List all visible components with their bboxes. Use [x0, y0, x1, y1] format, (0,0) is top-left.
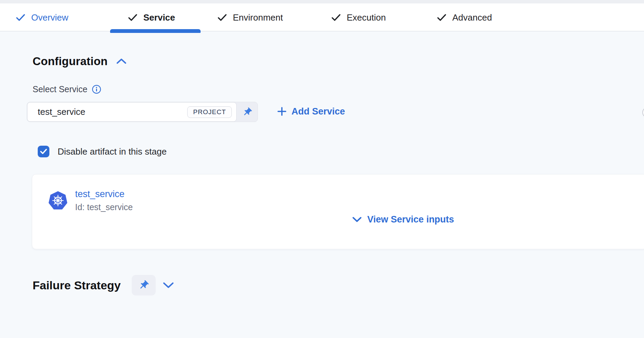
select-service-label-row: Select Service [33, 84, 101, 94]
service-id-text: Id: test_service [75, 202, 133, 212]
tab-environment[interactable]: Environment [218, 3, 283, 32]
check-icon [437, 14, 446, 21]
tab-label: Overview [31, 12, 68, 23]
tab-label: Environment [233, 12, 283, 23]
kubernetes-icon [48, 191, 68, 210]
pin-service-button[interactable] [237, 102, 258, 122]
configuration-collapse-toggle[interactable] [115, 57, 128, 66]
chevron-down-icon [163, 282, 174, 289]
service-select-input[interactable]: test_service PROJECT [27, 102, 237, 122]
failure-strategy-section-header: Failure Strategy [33, 274, 176, 296]
tab-overview[interactable]: Overview [16, 3, 68, 32]
configuration-heading: Configuration [33, 55, 108, 68]
active-tab-indicator [110, 29, 201, 33]
view-service-inputs-button[interactable]: View Service inputs [352, 214, 454, 225]
tab-service[interactable]: Service [128, 3, 175, 32]
check-icon [128, 14, 137, 21]
failure-strategy-expand-button[interactable] [161, 280, 176, 290]
tab-advanced[interactable]: Advanced [437, 3, 492, 32]
chevron-up-icon [116, 58, 127, 65]
check-icon [40, 148, 47, 155]
select-service-label: Select Service [33, 84, 87, 94]
failure-strategy-pin-button[interactable] [132, 275, 156, 295]
plus-icon [277, 107, 287, 116]
view-service-inputs-label: View Service inputs [367, 214, 454, 225]
disable-artifact-label[interactable]: Disable artifact in this stage [58, 146, 167, 157]
tab-label: Execution [347, 12, 386, 23]
service-name-link[interactable]: test_service [75, 189, 124, 200]
service-select-group: test_service PROJECT [27, 102, 258, 122]
add-service-label: Add Service [291, 106, 345, 117]
scope-badge: PROJECT [187, 106, 232, 118]
add-service-button[interactable]: Add Service [277, 104, 345, 119]
service-select-value: test_service [38, 107, 187, 117]
selected-service-card: test_service Id: test_service View Servi… [32, 174, 644, 249]
tab-label: Service [143, 12, 175, 23]
info-icon[interactable] [92, 85, 101, 94]
panel-edge-button[interactable] [642, 107, 644, 118]
failure-strategy-heading: Failure Strategy [33, 279, 121, 292]
chevron-down-icon [352, 217, 362, 222]
tab-execution[interactable]: Execution [332, 3, 386, 32]
pin-icon [138, 280, 149, 291]
check-icon [218, 14, 227, 21]
check-icon [332, 14, 341, 21]
pin-icon [242, 107, 252, 117]
disable-artifact-checkbox[interactable] [38, 146, 49, 157]
disable-artifact-row: Disable artifact in this stage [38, 146, 167, 157]
top-edge-strip [0, 0, 644, 3]
stage-tab-bar: Overview Service Environment Execution A… [0, 3, 644, 32]
configuration-section-header: Configuration [33, 55, 128, 68]
check-icon [16, 14, 25, 21]
tab-label: Advanced [452, 12, 492, 23]
